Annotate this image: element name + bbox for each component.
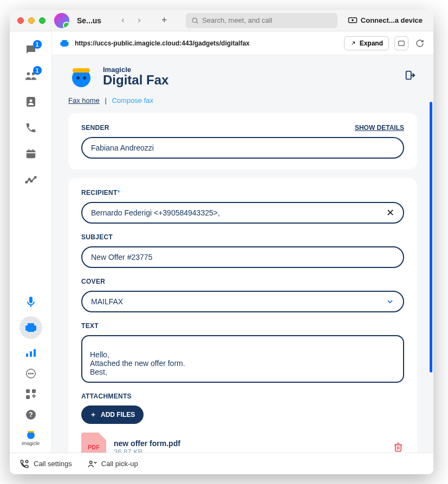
- main: https://uccs-public.imagicle.cloud:443/g…: [52, 31, 433, 453]
- sidebar-queue[interactable]: [24, 346, 37, 359]
- cover-label: COVER: [81, 278, 404, 285]
- call-settings-button[interactable]: Call settings: [20, 459, 72, 469]
- call-pickup-label: Call pick-up: [101, 460, 138, 468]
- expand-label: Expand: [360, 40, 383, 47]
- sidebar-teams[interactable]: 1: [24, 69, 37, 82]
- plus-icon: [90, 411, 96, 418]
- sidebar-imagicle[interactable]: imagicle: [24, 429, 37, 446]
- attachments-label: ATTACHMENTS: [81, 393, 404, 400]
- nav-forward-button[interactable]: [132, 14, 147, 27]
- svg-point-7: [29, 100, 32, 102]
- sender-card: SENDER SHOW DETAILS Fabiana Andreozzi: [68, 113, 417, 169]
- svg-rect-37: [62, 40, 67, 42]
- sidebar-calls[interactable]: [24, 121, 37, 134]
- sidebar-more[interactable]: [24, 367, 37, 380]
- window-controls: [17, 17, 46, 24]
- brand-row: Imagicle Digital Fax: [68, 63, 417, 89]
- svg-point-53: [89, 461, 92, 463]
- sidebar-fax-active[interactable]: [20, 316, 42, 339]
- breadcrumb-home[interactable]: Fax home: [68, 96, 100, 104]
- chat-badge: 1: [33, 40, 42, 49]
- text-label: TEXT: [81, 322, 404, 330]
- sidebar-calendar[interactable]: [24, 147, 37, 160]
- fax-app-icon: [60, 38, 69, 48]
- device-icon: [348, 17, 358, 24]
- sidebar-chat[interactable]: 1: [24, 43, 37, 56]
- svg-rect-20: [28, 323, 34, 326]
- svg-point-15: [30, 180, 32, 182]
- subject-label: SUBJECT: [81, 233, 404, 241]
- recipient-value: Bernardo Federigi <+390584943325>,: [91, 208, 220, 217]
- clear-recipient-button[interactable]: ✕: [386, 207, 394, 219]
- sender-input[interactable]: Fabiana Andreozzi: [81, 137, 404, 159]
- breadcrumb-sep: |: [105, 96, 106, 104]
- minimize-window-icon[interactable]: [28, 17, 35, 24]
- app-window: Se...us + Search, meet, and call Connect…: [10, 10, 433, 474]
- svg-rect-29: [26, 389, 30, 393]
- close-window-icon[interactable]: [17, 17, 24, 24]
- add-files-button[interactable]: ADD FILES: [81, 405, 144, 424]
- svg-point-52: [25, 460, 28, 463]
- svg-rect-35: [28, 431, 34, 433]
- brand-text: Imagicle Digital Fax: [103, 66, 168, 87]
- brand-big: Digital Fax: [103, 74, 168, 87]
- sender-label: SENDER: [81, 124, 109, 132]
- svg-point-28: [32, 373, 33, 374]
- breadcrumb-current: Compose fax: [112, 96, 153, 104]
- nav-arrows: [115, 14, 147, 27]
- maximize-window-icon[interactable]: [39, 17, 46, 24]
- delete-attachment-button[interactable]: [393, 442, 404, 453]
- scrollbar[interactable]: [430, 102, 432, 372]
- popout-button[interactable]: [394, 36, 408, 50]
- svg-rect-30: [32, 389, 36, 393]
- imagicle-label: imagicle: [22, 441, 40, 446]
- expand-icon: [350, 40, 356, 47]
- nav-back-button[interactable]: [115, 14, 131, 27]
- add-files-label: ADD FILES: [101, 411, 135, 418]
- connect-device-label: Connect...a device: [361, 16, 423, 24]
- svg-point-14: [28, 179, 30, 180]
- svg-rect-22: [26, 354, 28, 357]
- brand-logo-icon: [68, 63, 94, 89]
- sidebar-mic[interactable]: [24, 296, 37, 309]
- subject-input[interactable]: New Offer #23775: [81, 246, 404, 268]
- urlbar: https://uccs-public.imagicle.cloud:443/g…: [52, 31, 433, 55]
- svg-point-13: [25, 181, 27, 183]
- sidebar-contacts[interactable]: [24, 95, 37, 108]
- teams-badge: 1: [33, 66, 42, 75]
- search-icon: [191, 17, 199, 24]
- search-input[interactable]: Search, meet, and call: [186, 13, 337, 28]
- sidebar-help[interactable]: ?: [24, 408, 37, 421]
- svg-point-42: [76, 76, 80, 80]
- titlebar: Se...us + Search, meet, and call Connect…: [10, 10, 433, 31]
- reload-button[interactable]: [414, 37, 426, 49]
- new-tab-button[interactable]: +: [157, 14, 172, 27]
- svg-line-1: [197, 22, 198, 23]
- connect-device-button[interactable]: Connect...a device: [345, 14, 426, 27]
- svg-rect-47: [395, 445, 401, 452]
- attachment-size: 36.87 KB: [114, 448, 180, 453]
- avatar[interactable]: [54, 13, 69, 28]
- recipient-input[interactable]: Bernardo Federigi <+390584943325>, ✕: [81, 202, 404, 224]
- logout-button[interactable]: [404, 69, 417, 82]
- search-placeholder: Search, meet, and call: [202, 16, 272, 24]
- svg-point-16: [34, 176, 36, 178]
- attachment-meta: new offer form.pdf 36.87 KB: [114, 439, 180, 453]
- svg-rect-31: [26, 395, 30, 399]
- text-input[interactable]: Hello, Attached the new offer form. Best…: [81, 335, 404, 383]
- show-details-link[interactable]: SHOW DETAILS: [355, 124, 404, 132]
- attachment-name: new offer form.pdf: [114, 439, 180, 448]
- expand-button[interactable]: Expand: [344, 36, 389, 50]
- call-settings-label: Call settings: [34, 460, 72, 468]
- status-label[interactable]: Se...us: [77, 16, 101, 25]
- svg-rect-41: [73, 68, 90, 73]
- sidebar-analytics[interactable]: [24, 173, 37, 186]
- phone-gear-icon: [20, 459, 29, 469]
- call-pickup-button[interactable]: Call pick-up: [87, 459, 138, 469]
- sidebar-apps[interactable]: [24, 388, 37, 401]
- svg-point-4: [27, 73, 30, 76]
- breadcrumb: Fax home | Compose fax: [68, 96, 417, 104]
- svg-rect-23: [30, 351, 32, 357]
- text-value: Hello, Attached the new offer form. Best…: [90, 350, 185, 376]
- cover-select[interactable]: MAILFAX: [81, 291, 404, 312]
